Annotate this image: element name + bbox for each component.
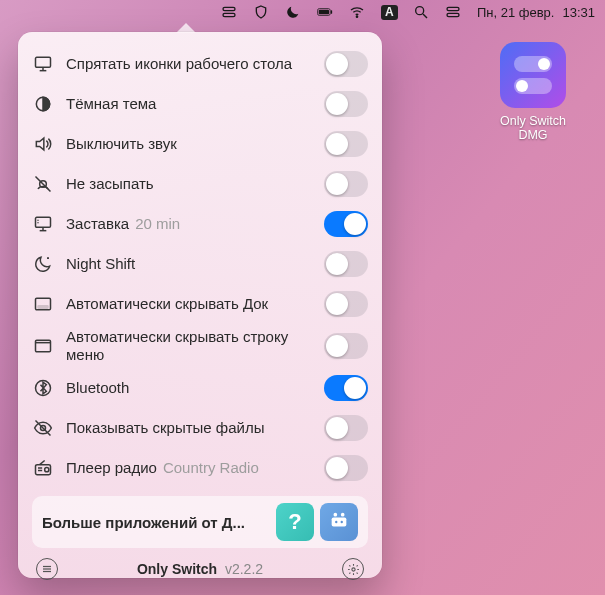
svg-point-36 xyxy=(341,521,343,523)
switch-toggle[interactable] xyxy=(324,251,368,277)
switch-row-night-shift: Night Shift xyxy=(32,244,368,284)
switch-label: Автоматически скрывать строку меню xyxy=(66,328,324,364)
switch-row-speaker: Выключить звук xyxy=(32,124,368,164)
switch-toggle[interactable] xyxy=(324,131,368,157)
app-icon-pill xyxy=(514,78,552,94)
half-circle-icon xyxy=(32,93,54,115)
wifi-icon[interactable] xyxy=(349,4,366,21)
switch-toggle[interactable] xyxy=(324,415,368,441)
switch-toggle[interactable] xyxy=(324,211,368,237)
switch-row-menu-hide: Автоматически скрывать строку меню xyxy=(32,324,368,368)
list-button[interactable] xyxy=(36,558,58,580)
shield-icon[interactable] xyxy=(253,4,270,21)
svg-point-28 xyxy=(45,468,49,472)
svg-rect-0 xyxy=(223,7,235,10)
switch-row-no-sleep: Не засыпать xyxy=(32,164,368,204)
switch-label: Bluetooth xyxy=(66,379,324,397)
switch-label: Плеер радиоCountry Radio xyxy=(66,459,324,477)
control-center2-icon[interactable] xyxy=(445,4,462,21)
toggle-knob xyxy=(326,133,348,155)
promo-bar: Больше приложений от Д... ? xyxy=(32,496,368,548)
display-icon xyxy=(32,53,54,75)
toggle-knob xyxy=(326,53,348,75)
settings-button[interactable] xyxy=(342,558,364,580)
input-source-icon[interactable]: А xyxy=(381,5,398,20)
toggle-knob xyxy=(344,213,366,235)
only-switch-popover: Спрятать иконки рабочего столаТёмная тем… xyxy=(18,32,382,578)
toggle-knob xyxy=(326,253,348,275)
screensaver-icon xyxy=(32,213,54,235)
svg-rect-21 xyxy=(38,306,48,309)
switch-label: Night Shift xyxy=(66,255,324,273)
svg-rect-9 xyxy=(447,13,459,16)
toggle-knob xyxy=(326,293,348,315)
menubar-time: 13:31 xyxy=(562,5,595,20)
switch-label: Тёмная тема xyxy=(66,95,324,113)
svg-rect-1 xyxy=(223,13,235,16)
toggle-knob xyxy=(326,335,348,357)
svg-rect-3 xyxy=(319,10,329,15)
promo-app-button[interactable] xyxy=(320,503,358,541)
switch-label: Не засыпать xyxy=(66,175,324,193)
toggle-knob xyxy=(326,457,348,479)
svg-point-40 xyxy=(351,567,354,570)
switch-label: Показывать скрытые файлы xyxy=(66,419,324,437)
promo-help-button[interactable]: ? xyxy=(276,503,314,541)
menubar: А Пн, 21 февр. 13:31 xyxy=(0,0,605,24)
app-icon-pill xyxy=(514,56,552,72)
switch-toggle[interactable] xyxy=(324,91,368,117)
speaker-icon xyxy=(32,133,54,155)
moon-icon[interactable] xyxy=(285,4,302,21)
promo-text: Больше приложений от Д... xyxy=(42,514,270,531)
toggle-knob xyxy=(326,93,348,115)
switch-toggle[interactable] xyxy=(324,375,368,401)
svg-rect-4 xyxy=(331,10,332,13)
switch-row-radio: Плеер радиоCountry Radio xyxy=(32,448,368,488)
svg-point-5 xyxy=(357,16,358,17)
battery-icon[interactable] xyxy=(317,4,334,21)
svg-point-33 xyxy=(334,513,338,517)
app-name: Only Switch xyxy=(137,561,217,577)
svg-rect-10 xyxy=(36,57,51,67)
switch-list: Спрятать иконки рабочего столаТёмная тем… xyxy=(32,44,368,488)
switch-toggle[interactable] xyxy=(324,333,368,359)
switch-row-dock: Автоматически скрывать Док xyxy=(32,284,368,324)
eye-slash-icon xyxy=(32,417,54,439)
toggle-knob xyxy=(326,417,348,439)
switch-label: Выключить звук xyxy=(66,135,324,153)
switch-label: Заставка20 min xyxy=(66,215,324,233)
dock-icon xyxy=(32,293,54,315)
switch-row-half-circle: Тёмная тема xyxy=(32,84,368,124)
switch-toggle[interactable] xyxy=(324,171,368,197)
menu-hide-icon xyxy=(32,335,54,357)
switch-toggle[interactable] xyxy=(324,455,368,481)
switch-toggle[interactable] xyxy=(324,51,368,77)
switch-sublabel: 20 min xyxy=(135,215,180,232)
svg-point-6 xyxy=(416,7,424,15)
switch-label: Спрятать иконки рабочего стола xyxy=(66,55,324,73)
toggle-knob xyxy=(344,377,366,399)
menubar-datetime[interactable]: Пн, 21 февр. 13:31 xyxy=(477,5,595,20)
spotlight-icon[interactable] xyxy=(413,4,430,21)
desktop-icon-label: Only Switch DMG xyxy=(488,114,578,142)
switch-row-display: Спрятать иконки рабочего стола xyxy=(32,44,368,84)
no-sleep-icon xyxy=(32,173,54,195)
night-shift-icon xyxy=(32,253,54,275)
svg-rect-8 xyxy=(447,7,459,10)
switch-row-bluetooth: Bluetooth xyxy=(32,368,368,408)
control-center-icon[interactable] xyxy=(221,4,238,21)
desktop-icon-only-switch-dmg[interactable]: Only Switch DMG xyxy=(488,42,578,142)
switch-row-eye-slash: Показывать скрытые файлы xyxy=(32,408,368,448)
bluetooth-icon xyxy=(32,377,54,399)
toggle-knob xyxy=(326,173,348,195)
panel-footer: Only Switch v2.2.2 xyxy=(32,548,368,584)
switch-sublabel: Country Radio xyxy=(163,459,259,476)
svg-rect-32 xyxy=(332,517,347,526)
menubar-date: Пн, 21 февр. xyxy=(477,5,555,20)
switch-row-screensaver: Заставка20 min xyxy=(32,204,368,244)
panel-title: Only Switch v2.2.2 xyxy=(137,561,263,577)
switch-label: Автоматически скрывать Док xyxy=(66,295,324,313)
svg-point-35 xyxy=(335,521,337,523)
switch-toggle[interactable] xyxy=(324,291,368,317)
app-icon xyxy=(500,42,566,108)
